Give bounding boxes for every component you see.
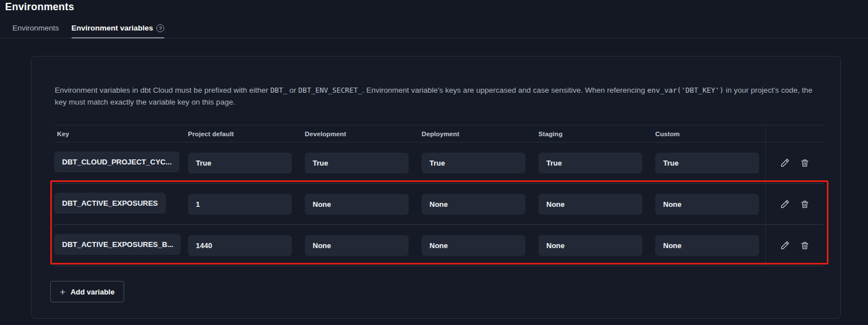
delete-variable-button[interactable] xyxy=(800,200,809,209)
table-header-row: Key Project default Development Deployme… xyxy=(54,125,823,142)
code-dbt-env-secret-prefix: DBT_ENV_SECRET_ xyxy=(299,86,362,94)
tab-environment-variables[interactable]: Environment variables ? xyxy=(72,24,165,38)
variable-value-deployment: None xyxy=(422,194,525,215)
description-part: . Environment variable's keys are upperc… xyxy=(362,86,647,94)
variable-value-staging: None xyxy=(538,235,642,256)
edit-variable-button[interactable] xyxy=(780,158,790,168)
column-header-deployment: Deployment xyxy=(422,131,538,137)
table-row: DBT_CLOUD_PROJECT_CYC... True True True … xyxy=(54,142,823,184)
pencil-icon xyxy=(780,158,790,168)
tab-environments-label: Environments xyxy=(12,24,59,32)
variable-value-deployment: None xyxy=(422,235,525,256)
variable-value-deployment: True xyxy=(422,153,525,174)
description-part: or xyxy=(287,86,299,94)
variable-value-custom: None xyxy=(655,194,759,215)
add-variable-button[interactable]: + Add variable xyxy=(50,281,124,302)
environment-variables-panel: Environment variables in dbt Cloud must … xyxy=(31,56,841,319)
pencil-icon xyxy=(780,199,790,209)
column-header-project-default: Project default xyxy=(188,131,305,137)
column-header-key: Key xyxy=(54,131,188,137)
code-env-var: env_var('DBT_KEY') xyxy=(647,86,724,94)
delete-variable-button[interactable] xyxy=(800,241,809,250)
add-variable-label: Add variable xyxy=(71,288,115,296)
delete-variable-button[interactable] xyxy=(800,158,809,168)
column-header-actions xyxy=(765,125,823,142)
table-row: DBT_ACTIVE_EXPOSURES 1 None None None No… xyxy=(54,184,823,225)
row-actions xyxy=(765,184,823,224)
variable-value-project-default: 1 xyxy=(188,194,292,215)
variable-value-custom: True xyxy=(655,153,759,174)
code-dbt-prefix: DBT_ xyxy=(270,86,287,94)
page-title: Environments xyxy=(5,1,74,13)
description-part: Environment variables in dbt Cloud must … xyxy=(55,86,270,94)
variable-key: DBT_ACTIVE_EXPOSURES_B... xyxy=(54,234,181,255)
trash-icon xyxy=(800,241,809,250)
variable-value-project-default: 1440 xyxy=(188,235,292,256)
help-icon[interactable]: ? xyxy=(156,24,164,32)
edit-variable-button[interactable] xyxy=(780,240,790,250)
tab-environments[interactable]: Environments xyxy=(12,24,59,38)
variable-key: DBT_ACTIVE_EXPOSURES xyxy=(54,193,166,214)
variable-key: DBT_CLOUD_PROJECT_CYC... xyxy=(54,151,179,172)
variable-value-custom: None xyxy=(655,235,759,256)
tab-environment-variables-label: Environment variables xyxy=(72,24,154,32)
trash-icon xyxy=(800,200,809,209)
pencil-icon xyxy=(780,240,790,250)
variables-table: Key Project default Development Deployme… xyxy=(54,125,823,266)
column-header-custom: Custom xyxy=(655,131,765,137)
variable-value-development: None xyxy=(305,235,409,256)
tab-bar: Environments Environment variables ? xyxy=(0,20,868,38)
row-actions xyxy=(765,225,823,266)
variable-value-project-default: True xyxy=(188,153,292,174)
variable-value-development: True xyxy=(305,153,409,174)
column-header-staging: Staging xyxy=(538,131,655,137)
table-row: DBT_ACTIVE_EXPOSURES_B... 1440 None None… xyxy=(54,225,823,266)
edit-variable-button[interactable] xyxy=(780,199,790,209)
plus-icon: + xyxy=(60,287,65,297)
column-header-development: Development xyxy=(305,131,422,137)
variable-value-development: None xyxy=(305,194,409,215)
variable-value-staging: True xyxy=(538,153,642,174)
row-actions xyxy=(765,142,823,183)
variable-value-staging: None xyxy=(538,194,642,215)
trash-icon xyxy=(800,158,809,168)
description-text: Environment variables in dbt Cloud must … xyxy=(55,85,823,108)
